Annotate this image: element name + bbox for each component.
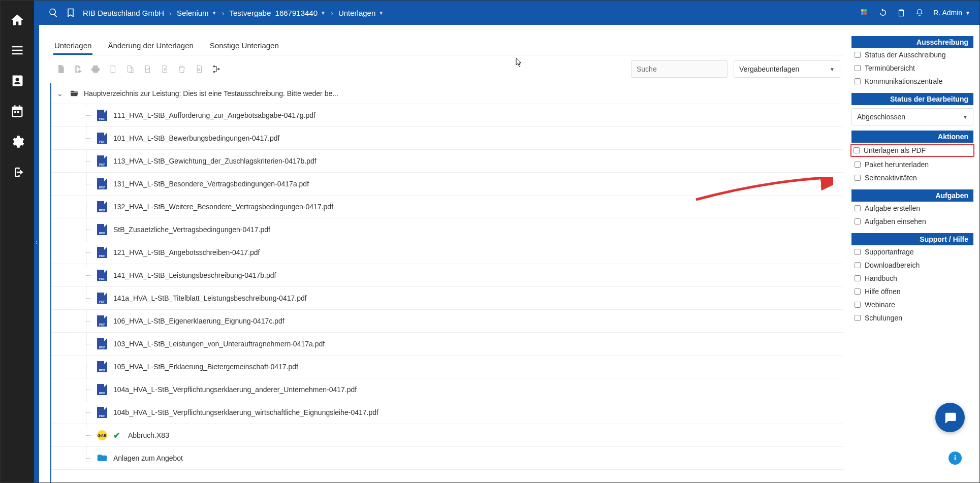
- tab-1[interactable]: Änderung der Unterlagen: [107, 36, 194, 55]
- panel-link[interactable]: Hilfe öffnen: [851, 285, 973, 298]
- search-icon[interactable]: [48, 8, 58, 18]
- tool-tree[interactable]: [209, 62, 224, 76]
- pdf-icon: [97, 133, 107, 144]
- panel-link[interactable]: Kommunikationszentrale: [851, 75, 973, 88]
- tool-new-file[interactable]: [53, 62, 69, 76]
- panel-link[interactable]: Status der Ausschreibung: [851, 48, 973, 61]
- tool-doc1[interactable]: [105, 62, 120, 76]
- panel-link[interactable]: Aufgabe erstellen: [851, 202, 973, 215]
- link-icon: [855, 302, 861, 308]
- crumb-section[interactable]: Unterlagen▼: [338, 9, 384, 17]
- tree-item[interactable]: 103_HVA_L-StB_Leistungen_von_Unterauftra…: [51, 333, 843, 356]
- tree-item[interactable]: 141_HVA_L-StB_Leistungsbeschreibung-0417…: [51, 264, 843, 287]
- link-icon: [855, 315, 861, 321]
- file-name: 113_HVA_L-StB_Gewichtung_der_Zuschlagskr…: [113, 157, 317, 165]
- panel-link[interactable]: Schulungen: [851, 311, 973, 325]
- tree-item[interactable]: 113_HVA_L-StB_Gewichtung_der_Zuschlagskr…: [51, 150, 843, 173]
- link-icon: [855, 218, 861, 224]
- tool-doc4[interactable]: [157, 62, 172, 76]
- file-name: 101_HVA_L-StB_Bewerbungsbedingungen-0417…: [113, 134, 279, 142]
- folder-icon: [97, 453, 107, 464]
- file-name: Anlagen zum Angebot: [113, 454, 183, 462]
- svg-rect-3: [865, 12, 867, 15]
- tree-item[interactable]: 105_HVA_L-StB_Erklaerung_Bietergemeinsch…: [51, 356, 843, 378]
- panel-link[interactable]: Unterlagen als PDF: [850, 144, 974, 157]
- panel-link[interactable]: Aufgaben einsehen: [851, 215, 973, 228]
- tree-item[interactable]: 141a_HVA_L-StB_Titelblatt_Leistungsbesch…: [51, 287, 843, 310]
- file-name: StB_Zusaetzliche_Vertragsbedingungen-041…: [113, 226, 270, 234]
- tool-print[interactable]: [88, 62, 103, 76]
- file-name: 141a_HVA_L-StB_Titelblatt_Leistungsbesch…: [113, 294, 307, 302]
- nav-calendar[interactable]: [7, 101, 27, 121]
- pdf-icon: [97, 178, 107, 189]
- link-icon: [855, 78, 861, 84]
- tab-2[interactable]: Sonstige Unterlagen: [209, 36, 280, 55]
- sidebar-drag-handle[interactable]: ⋮: [34, 1, 39, 482]
- tree-item[interactable]: StB_Zusaetzliche_Vertragsbedingungen-041…: [51, 218, 843, 241]
- search-input[interactable]: [631, 60, 728, 78]
- link-icon: [855, 162, 861, 168]
- panel-link[interactable]: Webinare: [851, 298, 973, 311]
- file-name: 104a_HVA_L-StB_Verpflichtungserklaerung_…: [113, 385, 357, 394]
- pdf-icon: [97, 110, 107, 121]
- folder-open-icon: [70, 89, 79, 98]
- nav-home[interactable]: [7, 10, 27, 30]
- nav-contacts[interactable]: [7, 71, 27, 91]
- nav-list[interactable]: [7, 40, 27, 60]
- chevron-down-icon[interactable]: ⌄: [55, 89, 65, 98]
- tree-item[interactable]: 132_HVA_L-StB_Weitere_Besondere_Vertrags…: [51, 196, 843, 218]
- tree-item[interactable]: 106_HVA_L-StB_Eigenerklaerung_Eignung-04…: [51, 310, 843, 333]
- bookmark-icon[interactable]: [66, 8, 76, 18]
- user-menu[interactable]: R. Admin▼: [933, 9, 970, 17]
- link-icon: [855, 175, 861, 181]
- link-icon: [855, 52, 861, 58]
- gab-icon: GAB: [97, 430, 107, 440]
- panel-link[interactable]: Terminübersicht: [851, 61, 973, 75]
- refresh-icon[interactable]: [878, 8, 888, 17]
- pdf-icon: [97, 338, 107, 349]
- panel-link[interactable]: Handbuch: [851, 272, 973, 285]
- tab-0[interactable]: Unterlagen: [53, 36, 92, 55]
- pdf-icon: [97, 155, 107, 167]
- tool-doc2[interactable]: [122, 62, 138, 76]
- tree-item[interactable]: 104a_HVA_L-StB_Verpflichtungserklaerung_…: [51, 378, 843, 401]
- apps-icon[interactable]: [860, 8, 869, 17]
- tool-doc3[interactable]: [140, 62, 155, 76]
- tree-item[interactable]: GAB✔Abbruch.X83: [51, 424, 843, 447]
- clipboard-icon[interactable]: [897, 8, 906, 17]
- panel-link[interactable]: Paket herunterladen: [851, 158, 973, 171]
- pdf-icon: [97, 270, 107, 281]
- link-icon: [855, 249, 861, 255]
- nav-logout[interactable]: [7, 162, 27, 182]
- tree-item[interactable]: Anlagen zum Angebot: [51, 447, 843, 470]
- topbar: RIB Deutschland GmbH › Selenium▼ › Testv…: [39, 1, 979, 25]
- tree-item[interactable]: 121_HVA_L-StB_Angebotsschreiben-0417.pdf: [51, 241, 843, 264]
- crumb-project[interactable]: Selenium▼: [177, 9, 216, 17]
- panel-link[interactable]: Downloadbereich: [851, 259, 973, 272]
- tree-item[interactable]: 131_HVA_L-StB_Besondere_Vertragsbedingun…: [51, 173, 843, 196]
- bell-icon[interactable]: [915, 8, 924, 17]
- tree-item[interactable]: 101_HVA_L-StB_Bewerbungsbedingungen-0417…: [51, 127, 843, 150]
- svg-point-5: [213, 71, 215, 73]
- status-select[interactable]: Abgeschlossen▼: [851, 108, 973, 125]
- tree-item[interactable]: 104b_HVA_L-StB_Verpflichtungserklaerung_…: [51, 401, 843, 424]
- panel-link[interactable]: Supportanfrage: [851, 245, 973, 259]
- tool-add[interactable]: [71, 62, 86, 76]
- pdf-icon: [97, 293, 107, 304]
- type-select[interactable]: Vergabeunterlagen ▼: [734, 60, 840, 78]
- tree-root[interactable]: ⌄ Hauptverzeichnis zur Leistung: Dies is…: [51, 83, 843, 104]
- tree-item[interactable]: 111_HVA_L-StB_Aufforderung_zur_Angebotsa…: [51, 104, 843, 127]
- file-name: 121_HVA_L-StB_Angebotsschreiben-0417.pdf: [113, 248, 260, 256]
- crumb-tender[interactable]: Testvergabe_1667913440▼: [230, 9, 326, 17]
- svg-point-4: [213, 66, 215, 67]
- crumb-org[interactable]: RIB Deutschland GmbH: [83, 9, 164, 17]
- tree-root-label: Hauptverzeichnis zur Leistung: Dies ist …: [84, 89, 338, 98]
- tool-delete[interactable]: [174, 62, 189, 76]
- tool-doc5[interactable]: [192, 62, 207, 76]
- nav-settings[interactable]: [7, 132, 27, 152]
- svg-rect-0: [862, 9, 864, 12]
- info-button[interactable]: i: [949, 452, 962, 465]
- chat-button[interactable]: [935, 403, 965, 432]
- panel-link[interactable]: Seitenaktivitäten: [851, 171, 973, 184]
- pdf-icon: [97, 224, 107, 235]
